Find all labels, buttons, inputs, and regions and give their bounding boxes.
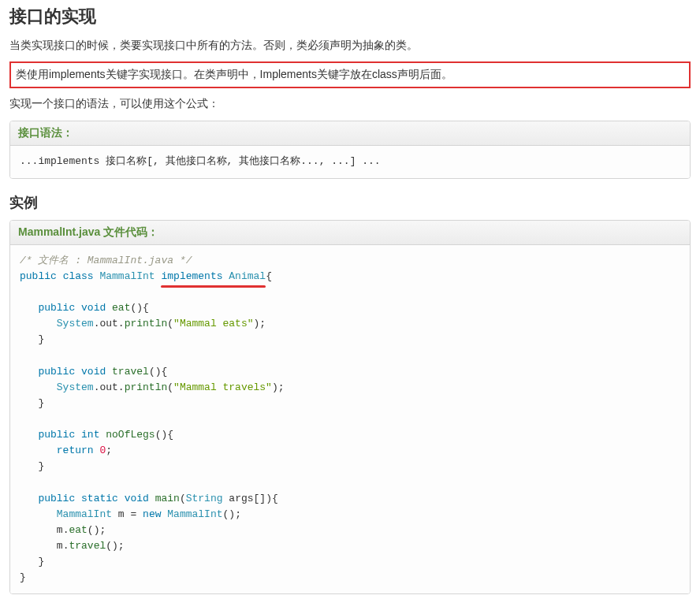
kw-void: void xyxy=(81,302,106,314)
kw-class: class xyxy=(63,270,94,282)
syntax-code-title: 接口语法： xyxy=(10,121,690,146)
fn-travel: travel xyxy=(112,366,149,378)
syntax-code-body: ...implements 接口名称[, 其他接口名称, 其他接口名称..., … xyxy=(10,146,690,177)
fn-nooflegs: noOfLegs xyxy=(106,429,155,441)
cls-string: String xyxy=(186,493,223,504)
tok-out: out xyxy=(99,318,117,329)
fn-eat: eat xyxy=(69,524,87,536)
cls-system: System xyxy=(57,381,94,393)
kw-static: static xyxy=(81,493,118,504)
kw-void: void xyxy=(125,493,149,504)
paragraph-syntax-lead: 实现一个接口的语法，可以使用这个公式： xyxy=(9,95,691,113)
kw-return: return xyxy=(57,445,94,456)
cls-system: System xyxy=(57,318,94,329)
tok-m: m xyxy=(57,540,63,552)
tok-out: out xyxy=(99,381,117,393)
section-heading: 接口的实现 xyxy=(9,5,691,28)
fn-main: main xyxy=(155,493,180,504)
kw-implements: implements xyxy=(161,270,222,282)
syntax-line: ...implements 接口名称[, 其他接口名称, 其他接口名称..., … xyxy=(20,155,381,167)
fn-println: println xyxy=(125,318,168,329)
kw-new: new xyxy=(143,508,161,520)
kw-public: public xyxy=(20,270,57,282)
str-travels: "Mammal travels" xyxy=(173,381,272,393)
example-code-block: MammalInt.java 文件代码： /* 文件名 : MammalInt.… xyxy=(9,220,691,595)
fn-eat: eat xyxy=(112,302,130,314)
code-comment: /* 文件名 : MammalInt.java */ xyxy=(20,255,192,266)
syntax-code-block: 接口语法： ...implements 接口名称[, 其他接口名称, 其他接口名… xyxy=(9,121,691,178)
paragraph-intro: 当类实现接口的时候，类要实现接口中所有的方法。否则，类必须声明为抽象的类。 xyxy=(9,36,691,55)
fn-println: println xyxy=(125,381,168,393)
cls-mammalint: MammalInt xyxy=(57,508,112,520)
fn-travel: travel xyxy=(69,540,106,552)
example-code-body: /* 文件名 : MammalInt.java */ public class … xyxy=(10,245,690,594)
cls-mammalint: MammalInt xyxy=(99,270,155,282)
cls-animal: Animal xyxy=(229,270,266,282)
kw-public: public xyxy=(38,493,75,504)
tok-m: m xyxy=(57,524,63,536)
cls-mammalint: MammalInt xyxy=(167,508,222,520)
kw-public: public xyxy=(38,429,75,441)
example-heading: 实例 xyxy=(9,193,691,212)
tok-args: args xyxy=(229,493,253,504)
kw-void: void xyxy=(81,366,106,378)
str-eats: "Mammal eats" xyxy=(173,318,253,329)
kw-public: public xyxy=(38,366,75,378)
kw-int: int xyxy=(81,429,99,441)
example-code-title: MammalInt.java 文件代码： xyxy=(10,221,690,245)
tok-m: m xyxy=(118,508,125,520)
kw-public: public xyxy=(38,302,75,314)
highlighted-note: 类使用implements关键字实现接口。在类声明中，Implements关键字… xyxy=(9,61,691,88)
